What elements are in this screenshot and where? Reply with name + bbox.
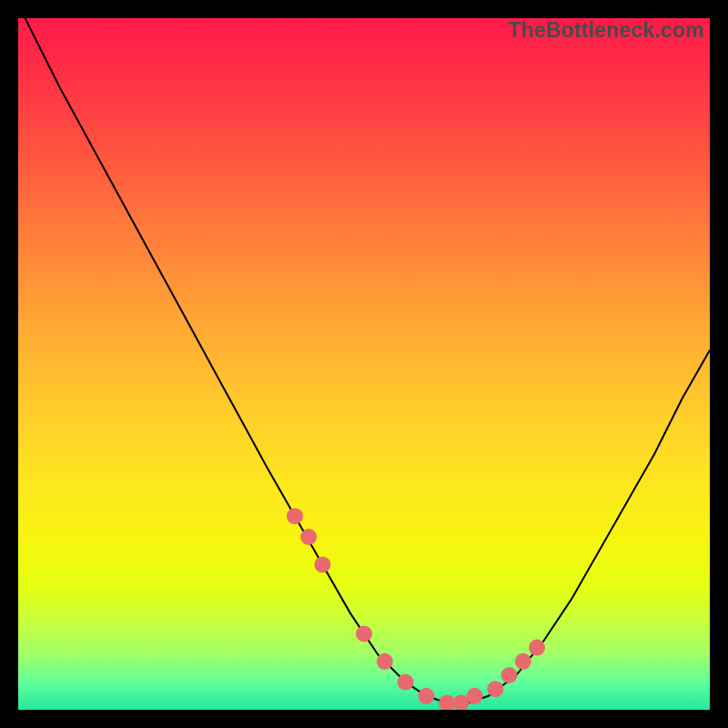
highlight-dot bbox=[529, 640, 545, 656]
plot-area: TheBottleneck.com bbox=[18, 18, 710, 710]
highlight-dot bbox=[418, 688, 434, 704]
highlight-dot bbox=[300, 529, 317, 545]
highlight-dot bbox=[377, 653, 393, 670]
highlight-dot bbox=[515, 653, 531, 670]
bottleneck-curve-line bbox=[25, 18, 710, 703]
chart-frame: TheBottleneck.com bbox=[18, 18, 710, 710]
highlight-dot bbox=[467, 688, 483, 704]
highlight-dot bbox=[501, 667, 518, 683]
watermark-label: TheBottleneck.com bbox=[508, 18, 704, 43]
highlight-dots-group bbox=[287, 508, 545, 710]
highlight-dot bbox=[287, 508, 303, 524]
bottleneck-curve-svg bbox=[18, 18, 710, 710]
highlight-dot bbox=[314, 556, 330, 572]
highlight-dot bbox=[356, 625, 372, 642]
highlight-dot bbox=[487, 681, 503, 697]
highlight-dot bbox=[398, 674, 414, 691]
